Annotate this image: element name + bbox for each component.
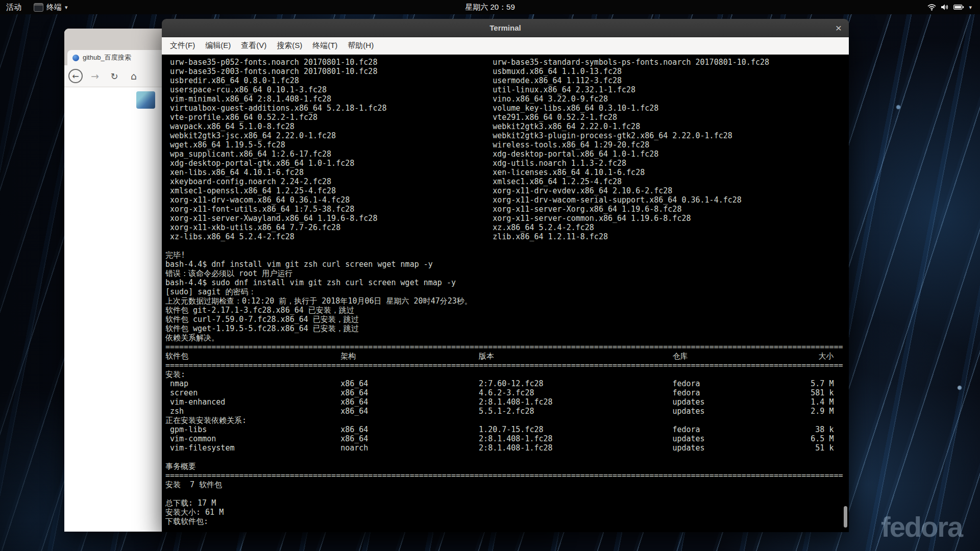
terminal-line: 依赖关系解决。: [165, 333, 849, 342]
wifi-icon: [927, 4, 936, 11]
tab-favicon-icon: [72, 55, 79, 61]
clock[interactable]: 星期六 20：59: [465, 0, 515, 14]
top-bar: 活动 终端 ▾ 星期六 20：59 ▾: [0, 0, 980, 14]
menu-item-edit[interactable]: 编辑(E): [200, 38, 236, 53]
terminal-line: [165, 489, 849, 498]
table-row: nmapx86_642:7.60-12.fc28fedora5.7 M: [165, 379, 849, 388]
terminal-titlebar[interactable]: Terminal ×: [162, 19, 849, 37]
menu-item-terminal[interactable]: 终端(T): [307, 38, 342, 53]
table-cell: updates: [672, 443, 704, 453]
table-cell: fedora: [672, 379, 700, 388]
package-line: userspace-rcu.x86_64 0.10.1-3.fc28util-l…: [165, 85, 849, 94]
package-line: urw-base35-z003-fonts.noarch 20170801-10…: [165, 67, 849, 76]
tab-title: github_百度搜索: [83, 53, 131, 62]
terminal-app-icon: [34, 3, 43, 12]
table-header-cell: 软件包: [165, 352, 188, 361]
terminal-line: 下载软件包:: [165, 517, 849, 526]
table-cell: 2:8.1.408-1.fc28: [479, 397, 553, 407]
table-cell: x86_64: [340, 407, 368, 416]
forward-button[interactable]: →: [88, 69, 102, 83]
terminal-line: 错误：该命令必须以 root 用户运行: [165, 269, 849, 278]
table-cell: fedora: [672, 388, 700, 397]
table-cell: fedora: [672, 425, 700, 434]
table-header-cell: 仓库: [672, 352, 688, 361]
table-cell: zsh: [170, 407, 184, 416]
home-button[interactable]: ⌂: [127, 69, 141, 83]
table-header-row: 软件包架构版本仓库大小: [165, 352, 849, 361]
table-cell: vim-common: [170, 434, 216, 443]
package-line: vim-minimal.x86_64 2:8.1.408-1.fc28vino.…: [165, 94, 849, 104]
table-row: vim-filesystemnoarch2:8.1.408-1.fc28upda…: [165, 443, 849, 453]
scrollbar-thumb[interactable]: [844, 506, 847, 528]
close-icon[interactable]: ×: [836, 19, 842, 37]
terminal-line: [165, 453, 849, 462]
browser-tab[interactable]: github_百度搜索: [67, 50, 172, 65]
system-status-area[interactable]: ▾: [922, 0, 977, 14]
table-cell: 2:8.1.408-1.fc28: [479, 434, 553, 443]
back-button[interactable]: ←: [68, 69, 83, 83]
terminal-line: 软件包 curl-7.59.0-7.fc28.x86_64 已安装，跳过: [165, 315, 849, 324]
package-line: wpa_supplicant.x86_64 1:2.6-17.fc28xdg-d…: [165, 149, 849, 159]
chevron-down-icon: ▾: [65, 4, 68, 11]
table-header-cell: 版本: [479, 352, 494, 361]
package-line: xz-libs.x86_64 5.2.4-2.fc28zlib.x86_64 1…: [165, 232, 849, 241]
package-line: xdg-desktop-portal-gtk.x86_64 1.0-1.fc28…: [165, 159, 849, 168]
separator-line: ========================================…: [165, 361, 849, 370]
table-cell: x86_64: [340, 434, 368, 443]
terminal-output[interactable]: urw-base35-p052-fonts.noarch 20170801-10…: [162, 55, 849, 532]
menu-item-file[interactable]: 文件(F): [165, 38, 200, 53]
table-cell: updates: [672, 397, 704, 407]
package-line: wget.x86_64 1.19.5-5.fc28wireless-tools.…: [165, 140, 849, 149]
focused-app-menu[interactable]: 终端 ▾: [28, 0, 74, 14]
menu-item-help[interactable]: 帮助(H): [342, 38, 379, 53]
table-cell: x86_64: [340, 397, 368, 407]
table-cell: 581 k: [742, 388, 834, 397]
menu-item-search[interactable]: 搜索(S): [272, 38, 307, 53]
table-cell: 1.20.7-15.fc28: [479, 425, 543, 434]
terminal-line: [165, 241, 849, 251]
terminal-line: [sudo] sagit 的密码：: [165, 287, 849, 296]
package-line: usbredir.x86_64 0.8.0-1.fc28usermode.x86…: [165, 76, 849, 85]
terminal-title: Terminal: [489, 23, 521, 32]
package-line: xkeyboard-config.noarch 2.24-2.fc28xmlse…: [165, 177, 849, 186]
table-cell: vim-filesystem: [170, 443, 234, 453]
table-cell: 51 k: [742, 443, 834, 453]
table-row: zshx86_645.5.1-2.fc28updates2.9 M: [165, 407, 849, 416]
table-cell: 2:7.60-12.fc28: [479, 379, 543, 388]
table-cell: x86_64: [340, 425, 368, 434]
terminal-line: 安装:: [165, 370, 849, 379]
table-row: gpm-libsx86_641.20.7-15.fc28fedora38 k: [165, 425, 849, 434]
battery-icon: [953, 4, 964, 10]
reload-button[interactable]: ↻: [107, 69, 121, 83]
menu-item-view[interactable]: 查看(V): [236, 38, 272, 53]
package-line: xorg-x11-drv-wacom.x86_64 0.36.1-4.fc28x…: [165, 195, 849, 205]
table-cell: x86_64: [340, 388, 368, 397]
focused-app-label: 终端: [46, 3, 62, 12]
package-line: xorg-x11-xkb-utils.x86_64 7.7-26.fc28xz.…: [165, 223, 849, 232]
table-cell: nmap: [170, 379, 188, 388]
package-line: urw-base35-p052-fonts.noarch 20170801-10…: [165, 58, 849, 67]
table-header-cell: 架构: [340, 352, 356, 361]
table-cell: 6.5 M: [742, 434, 834, 443]
table-header-cell: 大小: [742, 352, 834, 361]
table-cell: screen: [170, 388, 198, 397]
activities-button[interactable]: 活动: [0, 0, 28, 14]
table-row: screenx86_644.6.2-3.fc28fedora581 k: [165, 388, 849, 397]
terminal-line: 软件包 wget-1.19.5-5.fc28.x86_64 已安装，跳过: [165, 324, 849, 333]
terminal-line: 软件包 git-2.17.1-3.fc28.x86_64 已安装，跳过: [165, 306, 849, 315]
package-line: webkit2gtk3-jsc.x86_64 2.22.0-1.fc28webk…: [165, 131, 849, 140]
result-thumbnail[interactable]: [136, 91, 155, 109]
table-cell: x86_64: [340, 379, 368, 388]
table-cell: 5.5.1-2.fc28: [479, 407, 534, 416]
terminal-line: 安装大小: 61 M: [165, 508, 849, 517]
table-cell: vim-enhanced: [170, 397, 225, 407]
terminal-menubar: 文件(F)编辑(E)查看(V)搜索(S)终端(T)帮助(H): [162, 37, 849, 55]
package-line: xorg-x11-server-Xwayland.x86_64 1.19.6-8…: [165, 214, 849, 223]
table-row: vim-enhancedx86_642:8.1.408-1.fc28update…: [165, 397, 849, 407]
table-row: vim-commonx86_642:8.1.408-1.fc28updates6…: [165, 434, 849, 443]
separator-line: ========================================…: [165, 342, 849, 352]
table-cell: updates: [672, 407, 704, 416]
package-line: xorg-x11-font-utils.x86_64 1:7.5-38.fc28…: [165, 205, 849, 214]
terminal-window: Terminal × 文件(F)编辑(E)查看(V)搜索(S)终端(T)帮助(H…: [162, 19, 849, 532]
terminal-line: bash-4.4$ sudo dnf install vim git zsh c…: [165, 278, 849, 287]
